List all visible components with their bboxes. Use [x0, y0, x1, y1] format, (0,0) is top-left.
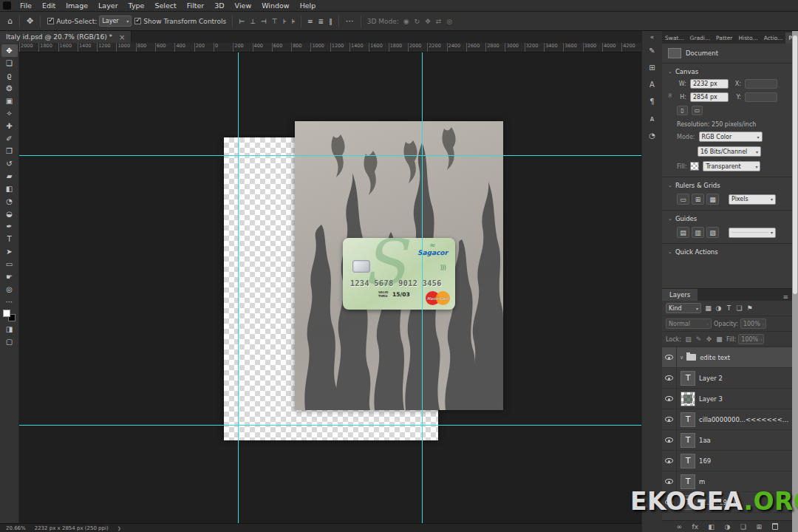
brush-settings-icon[interactable]: ✎ [644, 42, 661, 59]
distribute-icon[interactable]: ≡ [305, 13, 316, 30]
collapse-panels-icon[interactable]: « [644, 33, 661, 42]
delete-layer-icon[interactable] [772, 523, 778, 530]
visibility-toggle[interactable] [662, 409, 677, 429]
align-icon[interactable]: ⊥ [248, 13, 258, 30]
mode3d-icon[interactable]: ⇄ [434, 13, 444, 30]
panel-tab[interactable]: Histo... [735, 33, 760, 44]
adjustment-layer-icon[interactable]: ◑ [725, 523, 731, 531]
panel-tab[interactable]: Swat... [662, 33, 687, 44]
filter-type-icon[interactable]: ⚑ [745, 304, 754, 312]
filter-type-icon[interactable]: ❏ [734, 304, 744, 312]
layer-name[interactable]: 169 [699, 457, 711, 465]
layer-name[interactable]: cilla0000000...<<<<<<<<0 d [699, 416, 792, 423]
path-selection-tool[interactable]: ➤ [1, 245, 18, 258]
menu-item[interactable]: Image [61, 0, 93, 11]
horizontal-guide[interactable] [19, 425, 641, 426]
layer-name[interactable]: edite text [700, 354, 730, 361]
layer-row[interactable]: ∨ Layer 3 [662, 389, 792, 409]
guide-option-icon[interactable]: ▥ [692, 227, 704, 238]
new-group-icon[interactable]: ❏ [740, 523, 746, 531]
character-panel-icon[interactable]: A [644, 76, 661, 93]
filter-type-icon[interactable]: T [724, 304, 734, 312]
window-scrollbar[interactable] [792, 31, 798, 532]
zoom-level-field[interactable]: 20.66% [6, 525, 26, 531]
y-field[interactable] [745, 92, 777, 102]
hand-tool[interactable]: ☛ [1, 270, 18, 283]
clone-source-icon[interactable]: ⊞ [644, 59, 661, 76]
lock-icon[interactable]: ✎ [694, 335, 703, 343]
layer-row[interactable]: ∨ edite text [662, 347, 792, 368]
align-icon[interactable]: ⊣ [259, 13, 269, 30]
guide-option-icon[interactable]: ▧ [706, 227, 719, 238]
menu-item[interactable]: Edit [37, 0, 61, 11]
more-options-icon[interactable]: ⋯ [343, 13, 357, 30]
menu-item[interactable]: 3D [209, 0, 229, 11]
panel-tab[interactable]: Gradi... [687, 33, 714, 44]
width-field[interactable]: 2232 px [690, 79, 729, 89]
visibility-toggle[interactable] [662, 389, 677, 409]
guide-option-icon[interactable]: ▤ [677, 227, 689, 238]
close-tab-icon[interactable]: × [119, 33, 125, 41]
visibility-toggle[interactable] [662, 368, 677, 388]
bit-depth-dropdown[interactable]: 16 Bits/Channel [698, 146, 761, 157]
eyedropper-tool[interactable]: ✧ [1, 107, 18, 120]
blur-tool[interactable]: ◔ [1, 195, 18, 208]
menu-item[interactable]: Type [123, 0, 150, 11]
group-expand-icon[interactable]: ∨ [680, 355, 683, 361]
layer-name[interactable]: Layer 2 [699, 375, 723, 382]
visibility-toggle[interactable] [662, 430, 677, 450]
visibility-toggle[interactable] [662, 347, 677, 367]
orientation-icon[interactable]: ▯ [677, 106, 688, 115]
mode3d-icon[interactable]: ◎ [444, 13, 454, 30]
units-dropdown[interactable]: Pixels [729, 194, 776, 205]
layer-row[interactable]: ∨ cilla0000000...<<<<<<<<0 d [662, 409, 792, 430]
menu-item[interactable]: Help [295, 0, 321, 11]
glyphs-panel-icon[interactable]: ᴀ [644, 110, 661, 127]
marquee-tool[interactable]: ❏ [1, 57, 18, 69]
lock-icon[interactable]: ▨ [683, 335, 693, 343]
mode3d-icon[interactable]: ◉ [401, 13, 412, 30]
vertical-guide[interactable] [422, 52, 423, 523]
document-tab[interactable]: Italy id.psd @ 20.7% (RGB/16) * × [0, 31, 132, 43]
color-mode-dropdown[interactable]: RGB Color [699, 132, 763, 142]
lasso-tool[interactable]: ϱ [1, 69, 18, 82]
ruler-grid-icon[interactable]: ⊞ [692, 194, 704, 205]
fill-opacity-dropdown[interactable]: 100% [738, 334, 764, 344]
align-icon[interactable]: ⊧ [289, 13, 297, 30]
mode3d-icon[interactable]: ✥ [423, 13, 433, 30]
libraries-panel-icon[interactable]: ◔ [644, 127, 661, 144]
layer-effects-icon[interactable]: fx [692, 523, 699, 531]
paragraph-panel-icon[interactable]: ¶ [644, 93, 661, 110]
layer-name[interactable]: m [699, 478, 705, 485]
mode3d-icon[interactable]: ↻ [412, 13, 423, 30]
menu-item[interactable]: View [230, 0, 257, 11]
opacity-dropdown[interactable]: 100% [740, 318, 766, 329]
layer-name[interactable]: Layer 3 [699, 395, 723, 403]
guide-style-dropdown[interactable] [729, 228, 776, 238]
distribute-icon[interactable]: ‖ [327, 13, 335, 30]
ruler-grid-icon[interactable]: ▦ [706, 194, 719, 205]
new-layer-icon[interactable]: ⊞ [756, 523, 762, 531]
align-icon[interactable]: ⊦ [281, 13, 289, 30]
canvas-fill-dropdown[interactable]: Transparent [703, 161, 760, 171]
screen-mode-icon[interactable]: ▢ [1, 335, 18, 348]
brush-tool[interactable]: ✐ [1, 132, 18, 145]
color-swatches[interactable] [3, 310, 16, 321]
filter-kind-dropdown[interactable]: Kind [666, 303, 701, 313]
horizontal-guide[interactable] [19, 155, 641, 156]
menu-item[interactable]: Filter [182, 0, 210, 11]
type-tool[interactable]: T [1, 233, 18, 245]
filter-type-icon[interactable]: ◑ [714, 304, 723, 312]
current-tool-icon[interactable]: ✥ [24, 13, 36, 30]
rulers-grids-section-header[interactable]: Rulers & Grids [662, 177, 792, 191]
gradient-tool[interactable]: ◧ [1, 183, 18, 195]
align-icon[interactable]: ⊤ [270, 13, 280, 30]
align-icon[interactable]: ⊢ [236, 13, 247, 30]
panel-tab[interactable]: Patter [713, 33, 735, 44]
pen-tool[interactable]: ✒ [1, 220, 18, 233]
foreground-color-swatch[interactable] [3, 310, 10, 317]
auto-select-checkbox[interactable] [47, 18, 54, 24]
eraser-tool[interactable]: ▰ [1, 170, 18, 183]
menu-item[interactable]: File [15, 0, 37, 11]
home-icon[interactable]: ⌂ [4, 13, 16, 30]
